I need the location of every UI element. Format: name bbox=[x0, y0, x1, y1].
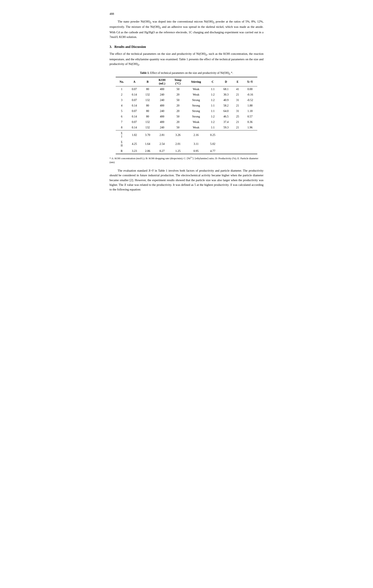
cell-c: 1:2 bbox=[206, 114, 219, 119]
sigma-i-koh: 2.81 bbox=[154, 130, 170, 139]
cell-e: 31 bbox=[232, 97, 243, 103]
table-row: 5 0.07 80 240 20 Strong 1:1 64.0 31 1.18 bbox=[116, 108, 257, 114]
table-row: 2 0.14 132 240 20 Weak 1:2 30.3 21 -0.16 bbox=[116, 92, 257, 97]
cell-no: 8 bbox=[116, 125, 128, 130]
cell-d: 37.4 bbox=[219, 119, 232, 125]
sigma-i-a: 1.02 bbox=[128, 130, 141, 139]
sigma-ii-b: 1.64 bbox=[141, 139, 154, 148]
cell-xy: 0.57 bbox=[243, 114, 257, 119]
cell-e: 31 bbox=[232, 108, 243, 114]
sigma-i-b: 3.70 bbox=[141, 130, 154, 139]
cell-koh: 240 bbox=[154, 97, 170, 103]
col-stirring: Stirring bbox=[186, 77, 206, 86]
evaluation-paragraph: The evaluation standard X+Y in Table 1 i… bbox=[110, 168, 264, 192]
table-row: 4 0.14 80 400 20 Strong 1:1 58.2 21 1.88 bbox=[116, 103, 257, 108]
cell-a: 0.07 bbox=[128, 108, 141, 114]
sigma-i-temp: 3.26 bbox=[170, 130, 186, 139]
r-stirring: 0.95 bbox=[186, 148, 206, 154]
data-table: No. A B KOH(mL) Temp(°C) Stirring C D E … bbox=[116, 77, 257, 154]
cell-e: 25 bbox=[232, 114, 243, 119]
cell-c: 1:1 bbox=[206, 86, 219, 92]
cell-stirring: Strong bbox=[186, 114, 206, 119]
cell-a: 0.14 bbox=[128, 125, 141, 130]
table-row: 6 0.14 80 400 50 Strong 1:2 46.5 25 0.57 bbox=[116, 114, 257, 119]
table-container: Table 1. Effect of technical parameters … bbox=[110, 71, 264, 154]
r-xy bbox=[243, 148, 257, 154]
table-row: 8 0.14 132 240 50 Weak 1:1 59.3 21 1.96 bbox=[116, 125, 257, 130]
cell-xy: -0.52 bbox=[243, 97, 257, 103]
cell-stirring: Weak bbox=[186, 119, 206, 125]
cell-stirring: Strong bbox=[186, 103, 206, 108]
table-row: 7 0.07 132 400 20 Weak 1:2 37.4 21 0.36 bbox=[116, 119, 257, 125]
cell-temp: 20 bbox=[170, 103, 186, 108]
col-c: C bbox=[206, 77, 219, 86]
sigma-ii-c: 5.02 bbox=[206, 139, 219, 148]
col-no: No. bbox=[116, 77, 128, 86]
r-temp: 1.25 bbox=[170, 148, 186, 154]
table-header-row: No. A B KOH(mL) Temp(°C) Stirring C D E … bbox=[116, 77, 257, 86]
cell-d: 68.1 bbox=[219, 86, 232, 92]
cell-b: 132 bbox=[141, 125, 154, 130]
sigma-i-d bbox=[219, 130, 232, 139]
r-a: 3.23 bbox=[128, 148, 141, 154]
cell-stirring: Weak bbox=[186, 125, 206, 130]
cell-c: 1:1 bbox=[206, 125, 219, 130]
sigma-ii-xy bbox=[243, 139, 257, 148]
results-paragraph: The effect of the technical parameters o… bbox=[110, 52, 264, 67]
cell-temp: 50 bbox=[170, 86, 186, 92]
page-number: 488 bbox=[110, 12, 264, 16]
cell-b: 80 bbox=[141, 108, 154, 114]
table-caption: Table 1. Effect of technical parameters … bbox=[110, 71, 264, 75]
cell-stirring: Weak bbox=[186, 92, 206, 97]
sigma-ii-koh: 2.54 bbox=[154, 139, 170, 148]
sigma-ii-label: ΣII bbox=[116, 139, 128, 148]
intro-paragraph: The nano powder Ni(OH)2 was doped into t… bbox=[110, 19, 264, 39]
cell-e: 21 bbox=[232, 125, 243, 130]
cell-c: 1:2 bbox=[206, 119, 219, 125]
cell-c: 1:1 bbox=[206, 103, 219, 108]
section-title: Results and Discussion bbox=[114, 45, 146, 49]
cell-koh: 400 bbox=[154, 103, 170, 108]
section-number: 3. bbox=[110, 45, 112, 49]
cell-a: 0.14 bbox=[128, 92, 141, 97]
cell-xy: 0.00 bbox=[243, 86, 257, 92]
cell-koh: 240 bbox=[154, 125, 170, 130]
col-koh: KOH(mL) bbox=[154, 77, 170, 86]
cell-b: 132 bbox=[141, 119, 154, 125]
table-row: 3 0.07 132 240 50 Strong 1:2 40.9 31 -0.… bbox=[116, 97, 257, 103]
p1-text1: The nano powder Ni(OH)2 was doped into t… bbox=[110, 20, 264, 39]
cell-a: 0.14 bbox=[128, 114, 141, 119]
cell-a: 0.07 bbox=[128, 119, 141, 125]
cell-stirring: Strong bbox=[186, 97, 206, 103]
cell-no: 6 bbox=[116, 114, 128, 119]
sigma-i-label: ΣI bbox=[116, 130, 128, 139]
sigma-i-stirring: 2.16 bbox=[186, 130, 206, 139]
r-row: R 3.23 2.06 0.27 1.25 0.95 4.77 bbox=[116, 148, 257, 154]
cell-temp: 50 bbox=[170, 125, 186, 130]
cell-d: 30.3 bbox=[219, 92, 232, 97]
cell-b: 80 bbox=[141, 103, 154, 108]
cell-stirring: Strong bbox=[186, 108, 206, 114]
cell-koh: 240 bbox=[154, 92, 170, 97]
cell-temp: 50 bbox=[170, 114, 186, 119]
cell-temp: 20 bbox=[170, 108, 186, 114]
sigma-ii-e bbox=[232, 139, 243, 148]
col-d: D bbox=[219, 77, 232, 86]
col-temp: Temp(°C) bbox=[170, 77, 186, 86]
sigma-i-e bbox=[232, 130, 243, 139]
cell-e: 21 bbox=[232, 92, 243, 97]
col-a: A bbox=[128, 77, 141, 86]
sigma-ii-row: ΣII 4.25 1.64 2.54 2.01 3.11 5.02 bbox=[116, 139, 257, 148]
r-c: 4.77 bbox=[206, 148, 219, 154]
sigma-i-xy bbox=[243, 130, 257, 139]
cell-b: 132 bbox=[141, 97, 154, 103]
cell-temp: 50 bbox=[170, 97, 186, 103]
col-e: E bbox=[232, 77, 243, 86]
cell-no: 5 bbox=[116, 108, 128, 114]
cell-a: 0.14 bbox=[128, 103, 141, 108]
cell-b: 80 bbox=[141, 114, 154, 119]
r-e bbox=[232, 148, 243, 154]
cell-koh: 400 bbox=[154, 119, 170, 125]
cell-d: 59.3 bbox=[219, 125, 232, 130]
sigma-ii-d bbox=[219, 139, 232, 148]
